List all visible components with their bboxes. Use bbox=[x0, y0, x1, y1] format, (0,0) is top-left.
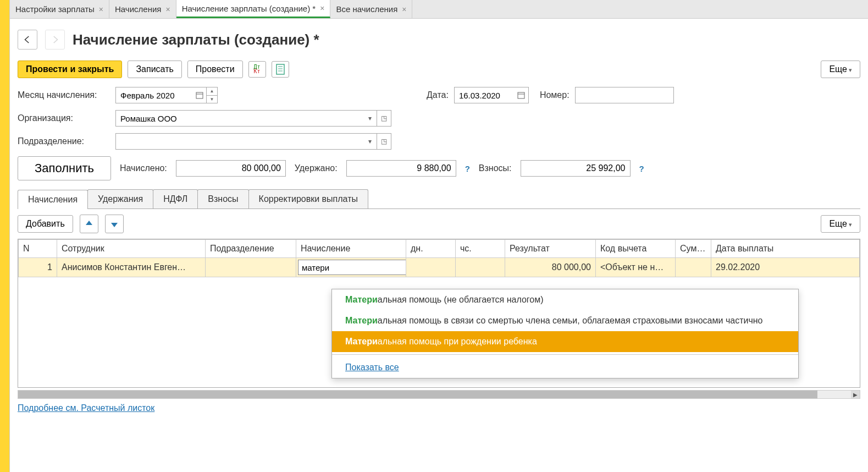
scroll-thumb[interactable] bbox=[18, 391, 817, 398]
month-up-icon[interactable]: ▲ bbox=[207, 87, 217, 96]
help-icon[interactable]: ? bbox=[639, 164, 644, 173]
close-icon[interactable]: × bbox=[320, 4, 324, 13]
post-button[interactable]: Провести bbox=[187, 61, 243, 78]
dropdown-item[interactable]: Материальная помощь (не облагается налог… bbox=[332, 289, 798, 310]
svg-rect-4 bbox=[196, 92, 203, 98]
payslip-link[interactable]: Подробнее см. Расчетный листок bbox=[18, 403, 154, 413]
month-label: Месяц начисления: bbox=[18, 90, 110, 100]
calendar-icon[interactable] bbox=[515, 87, 529, 103]
cell-sum[interactable] bbox=[676, 258, 711, 277]
tab-label: Настройки зарплаты bbox=[15, 4, 95, 14]
cell-deduction[interactable]: <Объект не н… bbox=[596, 258, 676, 277]
dt-kt-button[interactable]: ДтКт bbox=[248, 61, 266, 78]
svg-rect-6 bbox=[518, 92, 524, 98]
move-up-button[interactable] bbox=[80, 215, 98, 233]
post-and-close-button[interactable]: Провести и закрыть bbox=[18, 61, 122, 78]
tab-accruals-inner[interactable]: Начисления bbox=[18, 190, 88, 209]
accrual-type-input[interactable] bbox=[298, 260, 406, 275]
close-icon[interactable]: × bbox=[99, 5, 103, 14]
open-icon[interactable]: ◳ bbox=[377, 133, 391, 150]
cell-department[interactable] bbox=[206, 258, 296, 277]
page-title: Начисление зарплаты (создание) * bbox=[73, 31, 319, 48]
table-row[interactable]: 1 Анисимов Константин Евген… ▾ ◳ bbox=[19, 258, 860, 277]
nav-back-button[interactable] bbox=[18, 30, 37, 50]
move-down-button[interactable] bbox=[105, 215, 124, 233]
tab-label: Все начисления bbox=[336, 4, 397, 14]
item-rest: альная помощь при рождении ребенка bbox=[378, 337, 537, 346]
fill-button[interactable]: Заполнить bbox=[18, 156, 111, 180]
number-input[interactable] bbox=[575, 87, 674, 103]
dropdown-icon[interactable]: ▾ bbox=[363, 133, 377, 150]
tab-label: Начисления bbox=[115, 4, 161, 14]
match-text: Матери bbox=[345, 316, 378, 325]
match-text: Матери bbox=[345, 295, 378, 304]
document-icon bbox=[276, 64, 285, 75]
month-input[interactable] bbox=[115, 87, 192, 103]
nav-forward-button[interactable] bbox=[45, 30, 65, 50]
horizontal-scrollbar[interactable]: ▶ bbox=[18, 390, 860, 399]
open-icon[interactable]: ◳ bbox=[377, 110, 391, 127]
scroll-right-icon[interactable]: ▶ bbox=[851, 391, 860, 398]
withheld-input[interactable] bbox=[346, 160, 456, 177]
col-accrual[interactable]: Начисление bbox=[296, 240, 406, 258]
table-header-row: N Сотрудник Подразделение Начисление дн.… bbox=[19, 240, 860, 258]
dropdown-item-selected[interactable]: Материальная помощь при рождении ребенка bbox=[332, 331, 798, 352]
contrib-label: Взносы: bbox=[479, 163, 512, 173]
accruals-table: N Сотрудник Подразделение Начисление дн.… bbox=[18, 239, 860, 277]
col-days[interactable]: дн. bbox=[406, 240, 456, 258]
dropdown-item[interactable]: Материальная помощь в связи со смертью ч… bbox=[332, 310, 798, 331]
dropdown-separator bbox=[332, 354, 798, 355]
close-icon[interactable]: × bbox=[165, 5, 170, 14]
col-n[interactable]: N bbox=[19, 240, 57, 258]
match-text: Матери bbox=[345, 337, 378, 346]
cell-paydate[interactable]: 29.02.2020 bbox=[711, 258, 860, 277]
show-all-link[interactable]: Показать все bbox=[332, 357, 798, 378]
calendar-icon[interactable] bbox=[192, 87, 207, 103]
col-employee[interactable]: Сотрудник bbox=[57, 240, 206, 258]
print-button[interactable] bbox=[272, 61, 289, 78]
tab-settings[interactable]: Настройки зарплаты × bbox=[10, 0, 109, 18]
yellow-sidebar bbox=[0, 0, 10, 472]
cell-accrual[interactable]: ▾ ◳ bbox=[296, 258, 406, 277]
more-button[interactable]: Еще bbox=[821, 61, 860, 78]
col-sum[interactable]: Сумма bbox=[676, 240, 711, 258]
accrued-input[interactable] bbox=[176, 160, 286, 177]
help-icon[interactable]: ? bbox=[465, 164, 470, 173]
item-rest: альная помощь в связи со смертью члена с… bbox=[378, 316, 763, 325]
accruals-table-wrap: N Сотрудник Подразделение Начисление дн.… bbox=[18, 239, 860, 388]
tab-all-accruals[interactable]: Все начисления × bbox=[330, 0, 412, 18]
tab-payroll-create[interactable]: Начисление зарплаты (создание) * × bbox=[176, 0, 331, 18]
dept-input[interactable] bbox=[115, 133, 363, 150]
col-department[interactable]: Подразделение bbox=[206, 240, 296, 258]
tab-accruals[interactable]: Начисления × bbox=[109, 0, 176, 18]
col-result[interactable]: Результат bbox=[505, 240, 596, 258]
tab-ndfl[interactable]: НДФЛ bbox=[153, 189, 198, 208]
cell-employee[interactable]: Анисимов Константин Евген… bbox=[57, 258, 206, 277]
cell-n[interactable]: 1 bbox=[19, 258, 57, 277]
accrual-dropdown: Материальная помощь (не облагается налог… bbox=[331, 289, 799, 378]
dropdown-icon[interactable]: ▾ bbox=[363, 110, 377, 127]
col-deduction[interactable]: Код вычета bbox=[596, 240, 676, 258]
withheld-label: Удержано: bbox=[295, 163, 338, 173]
col-paydate[interactable]: Дата выплаты bbox=[711, 240, 860, 258]
col-hours[interactable]: чс. bbox=[456, 240, 505, 258]
org-input[interactable] bbox=[115, 110, 363, 127]
tab-corrections[interactable]: Корректировки выплаты bbox=[248, 189, 368, 208]
cell-hours[interactable] bbox=[456, 258, 505, 277]
date-label: Дата: bbox=[427, 90, 449, 100]
close-icon[interactable]: × bbox=[402, 5, 406, 14]
dept-label: Подразделение: bbox=[18, 136, 110, 146]
add-row-button[interactable]: Добавить bbox=[18, 215, 73, 233]
save-button[interactable]: Записать bbox=[128, 61, 181, 78]
tab-contributions[interactable]: Взносы bbox=[197, 189, 248, 208]
org-label: Организация: bbox=[18, 113, 110, 123]
window-tabs: Настройки зарплаты × Начисления × Начисл… bbox=[10, 0, 868, 19]
tab-withholdings[interactable]: Удержания bbox=[87, 189, 153, 208]
month-down-icon[interactable]: ▼ bbox=[207, 96, 217, 103]
accrued-label: Начислено: bbox=[120, 163, 167, 173]
contrib-input[interactable] bbox=[521, 160, 631, 177]
date-input[interactable] bbox=[454, 87, 515, 103]
table-more-button[interactable]: Еще bbox=[821, 215, 860, 233]
cell-result[interactable]: 80 000,00 bbox=[505, 258, 596, 277]
cell-days[interactable] bbox=[406, 258, 456, 277]
